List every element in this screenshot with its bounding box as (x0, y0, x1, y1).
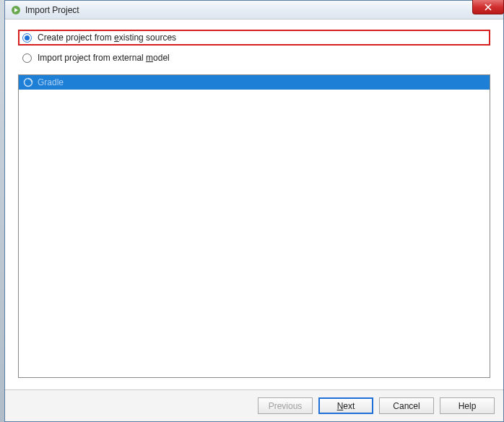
close-button[interactable] (472, 0, 504, 14)
radio-create-from-existing[interactable]: Create project from existing sources (18, 30, 490, 46)
dialog-content: Create project from existing sources Imp… (5, 20, 503, 389)
app-icon (11, 5, 21, 15)
radio-icon[interactable] (22, 53, 32, 63)
list-item-label: Gradle (38, 77, 64, 87)
titlebar: Import Project (5, 1, 503, 20)
radio-icon[interactable] (22, 33, 32, 43)
radio-import-from-model[interactable]: Import project from external model (18, 50, 490, 66)
next-button[interactable]: Next (318, 397, 373, 414)
list-item-gradle[interactable]: Gradle (19, 75, 490, 90)
dialog-window: Import Project Create project from exist… (4, 0, 504, 422)
previous-button: Previous (258, 397, 313, 414)
window-title: Import Project (25, 5, 79, 15)
cancel-button[interactable]: Cancel (379, 397, 434, 414)
help-button[interactable]: Help (440, 397, 495, 414)
gradle-icon (23, 77, 33, 87)
dialog-footer: Previous Next Cancel Help (5, 389, 503, 421)
model-list[interactable]: Gradle (18, 74, 490, 378)
radio-label-create: Create project from existing sources (38, 33, 176, 43)
radio-label-import: Import project from external model (38, 53, 170, 63)
